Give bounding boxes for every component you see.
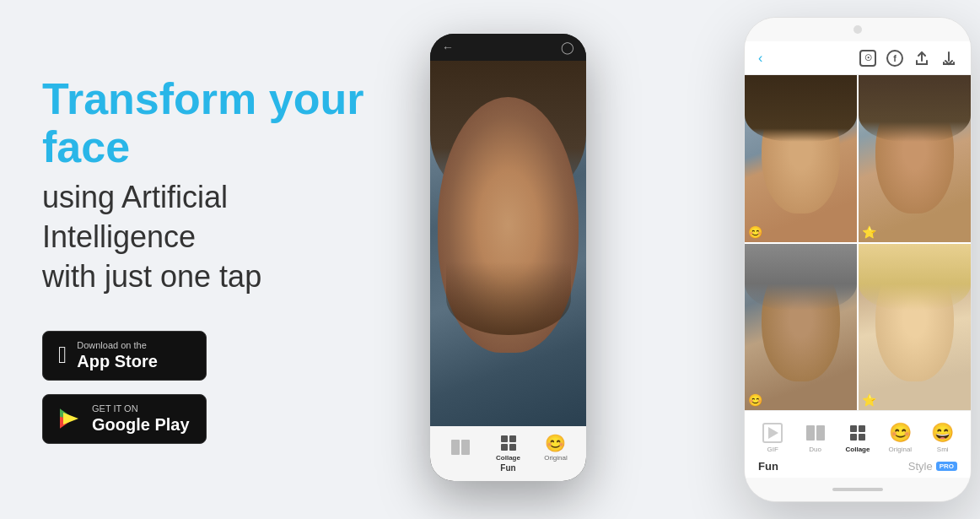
style-tab[interactable]: Style PRO bbox=[908, 460, 957, 473]
android-duo-item[interactable] bbox=[449, 438, 472, 457]
android-face-photo bbox=[430, 61, 586, 426]
face-hair-4 bbox=[859, 244, 971, 311]
android-original-item[interactable]: 😊 Original bbox=[544, 434, 568, 462]
iphone-original-icon: 😊 bbox=[886, 422, 913, 444]
iphone: ‹ ☉ f bbox=[744, 17, 972, 502]
iphone-collage-icon bbox=[844, 422, 871, 444]
store-buttons:  Download on the App Store GET IT ON Go… bbox=[42, 331, 371, 444]
android-screen bbox=[430, 61, 586, 426]
gif-label: GIF bbox=[767, 446, 778, 453]
play-btn-box bbox=[762, 423, 783, 443]
headline-line2: with just one tap bbox=[42, 259, 261, 294]
iphone-duo-item[interactable]: Duo bbox=[802, 422, 829, 453]
face-cell-man-2: ⭐ bbox=[859, 75, 971, 242]
iphone-duo-icon bbox=[802, 422, 829, 444]
phones-section: ← ◯ bbox=[405, 0, 980, 519]
android-fun-label: Fun bbox=[500, 463, 515, 474]
original-label: Original bbox=[544, 454, 568, 462]
download-icon[interactable] bbox=[940, 50, 957, 67]
share-icon[interactable] bbox=[913, 50, 930, 67]
gif-icon bbox=[759, 422, 786, 444]
iphone-notch bbox=[745, 18, 971, 41]
app-store-bottom-line: App Store bbox=[77, 351, 158, 371]
apple-icon:  bbox=[58, 342, 67, 369]
instagram-icon[interactable]: ☉ bbox=[859, 50, 876, 67]
android-collage-item[interactable]: Collage bbox=[496, 434, 520, 462]
fun-tab[interactable]: Fun bbox=[758, 460, 778, 473]
app-store-text: Download on the App Store bbox=[77, 340, 158, 371]
home-bar bbox=[832, 488, 883, 491]
iphone-bottom-tabs: Fun Style PRO bbox=[745, 460, 971, 478]
headline-blue: Transform your face bbox=[42, 75, 371, 171]
face-beard bbox=[446, 262, 571, 335]
duo-icon bbox=[449, 438, 472, 457]
headline-subtitle: using Artificial Intelligence with just … bbox=[42, 178, 371, 296]
google-play-bottom-line: Google Play bbox=[92, 414, 190, 435]
iphone-home-indicator bbox=[745, 478, 971, 501]
iphone-gif-item[interactable]: GIF bbox=[759, 422, 786, 453]
collage-label-iphone: Collage bbox=[846, 446, 870, 453]
emoji-overlay-1: 😊 bbox=[748, 225, 762, 239]
original-emoji-icon: 😊 bbox=[544, 434, 568, 452]
pro-badge: PRO bbox=[936, 462, 957, 471]
duo-label: Duo bbox=[809, 446, 821, 453]
original-label-iphone: Original bbox=[889, 446, 913, 453]
emoji-overlay-2: ⭐ bbox=[862, 225, 876, 239]
iphone-action-icons: ☉ f bbox=[859, 50, 957, 67]
face-shape bbox=[430, 61, 586, 426]
left-content: Transform your face using Artificial Int… bbox=[0, 24, 405, 495]
app-store-button[interactable]:  Download on the App Store bbox=[42, 331, 207, 381]
facebook-icon[interactable]: f bbox=[886, 50, 903, 67]
face-hair-2 bbox=[859, 75, 971, 142]
iphone-face-grid: 😊 ⭐ 😊 ⭐ bbox=[745, 75, 971, 410]
iphone-camera-dot bbox=[853, 25, 862, 34]
iphone-top-bar: ‹ ☉ f bbox=[745, 41, 971, 75]
iphone-bottom-bar: GIF Duo bbox=[745, 410, 971, 478]
iphone-collage-item[interactable]: Collage bbox=[844, 422, 871, 453]
iphone-smile-item[interactable]: 😄 Smi bbox=[929, 422, 956, 453]
google-play-top-line: GET IT ON bbox=[92, 403, 190, 414]
collage-label: Collage bbox=[496, 454, 520, 462]
face-hair-1 bbox=[745, 75, 857, 142]
google-play-text: GET IT ON Google Play bbox=[92, 403, 190, 435]
app-store-top-line: Download on the bbox=[77, 340, 158, 351]
camera-icon[interactable]: ◯ bbox=[561, 41, 574, 54]
emoji-overlay-3: 😊 bbox=[748, 393, 762, 407]
back-arrow-icon[interactable]: ← bbox=[442, 41, 454, 54]
face-cell-woman: ⭐ bbox=[859, 244, 971, 411]
iphone-smile-icon: 😄 bbox=[929, 422, 956, 444]
headline-line1: using Artificial Intelligence bbox=[42, 180, 228, 254]
iphone-original-item[interactable]: 😊 Original bbox=[886, 422, 913, 453]
collage-icon bbox=[497, 434, 520, 452]
android-bottom-bar: Collage 😊 Original Fun bbox=[430, 426, 586, 481]
face-cell-older-man: 😊 bbox=[745, 244, 857, 411]
google-play-icon bbox=[58, 407, 82, 430]
face-hair-3 bbox=[745, 244, 857, 311]
android-top-bar: ← ◯ bbox=[430, 34, 586, 61]
iphone-back-icon[interactable]: ‹ bbox=[758, 51, 762, 66]
iphone-toolbar: GIF Duo bbox=[745, 411, 971, 460]
android-phone: ← ◯ bbox=[430, 34, 586, 481]
google-play-button[interactable]: GET IT ON Google Play bbox=[42, 394, 207, 444]
smile-label: Smi bbox=[937, 446, 949, 453]
emoji-overlay-4: ⭐ bbox=[862, 393, 876, 407]
face-cell-young-man: 😊 bbox=[745, 75, 857, 242]
